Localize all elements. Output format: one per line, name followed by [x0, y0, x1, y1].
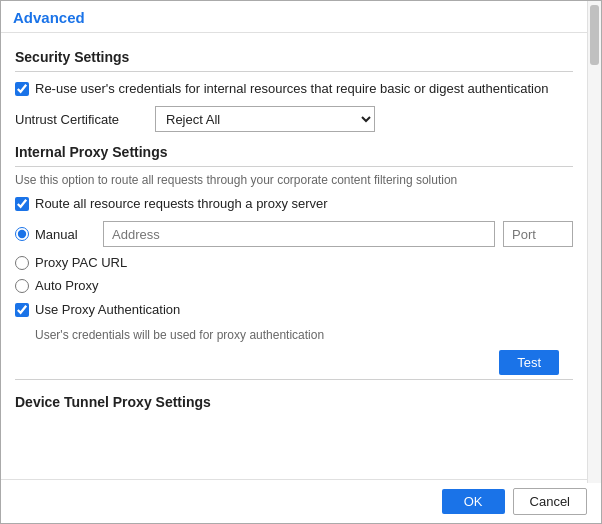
scrollbar-thumb[interactable]	[590, 5, 599, 65]
route-all-requests-label: Route all resource requests through a pr…	[35, 195, 328, 213]
route-all-requests-row: Route all resource requests through a pr…	[15, 195, 573, 213]
test-button[interactable]: Test	[499, 350, 559, 375]
dialog-title: Advanced	[13, 9, 85, 26]
device-tunnel-section: Device Tunnel Proxy Settings	[15, 379, 573, 416]
cancel-button[interactable]: Cancel	[513, 488, 587, 515]
auto-proxy-radio[interactable]	[15, 279, 29, 293]
reuse-credentials-row: Re-use user's credentials for internal r…	[15, 80, 573, 98]
manual-label: Manual	[35, 227, 78, 242]
proxy-pac-label: Proxy PAC URL	[35, 255, 127, 270]
untrust-certificate-row: Untrust Certificate Reject All Allow All…	[15, 106, 573, 132]
internal-proxy-title: Internal Proxy Settings	[15, 144, 573, 167]
ok-button[interactable]: OK	[442, 489, 505, 514]
reuse-credentials-label: Re-use user's credentials for internal r…	[35, 80, 548, 98]
manual-radio[interactable]	[15, 227, 29, 241]
dialog-footer: OK Cancel	[1, 479, 601, 523]
advanced-dialog: Advanced Security Settings Re-use user's…	[0, 0, 602, 524]
address-input[interactable]	[103, 221, 495, 247]
proxy-auth-description: User's credentials will be used for prox…	[35, 328, 573, 342]
dialog-header: Advanced	[1, 1, 601, 33]
reuse-credentials-checkbox[interactable]	[15, 82, 29, 96]
port-input[interactable]	[503, 221, 573, 247]
auto-proxy-row: Auto Proxy	[15, 278, 573, 293]
untrust-certificate-select[interactable]: Reject All Allow All Prompt	[155, 106, 375, 132]
use-proxy-auth-row: Use Proxy Authentication	[15, 301, 573, 319]
auto-proxy-label: Auto Proxy	[35, 278, 99, 293]
manual-radio-row: Manual	[15, 227, 95, 242]
proxy-pac-row: Proxy PAC URL	[15, 255, 573, 270]
manual-row: Manual	[15, 221, 573, 247]
test-button-row: Test	[15, 350, 573, 375]
internal-proxy-description: Use this option to route all requests th…	[15, 173, 573, 187]
use-proxy-auth-checkbox[interactable]	[15, 303, 29, 317]
device-tunnel-title: Device Tunnel Proxy Settings	[15, 394, 573, 416]
scrollbar-track[interactable]	[587, 1, 601, 483]
untrust-certificate-label: Untrust Certificate	[15, 112, 145, 127]
security-settings-title: Security Settings	[15, 49, 573, 72]
dialog-body: Security Settings Re-use user's credenti…	[1, 33, 601, 479]
proxy-auth-section: Use Proxy Authentication User's credenti…	[15, 301, 573, 341]
use-proxy-auth-label: Use Proxy Authentication	[35, 301, 180, 319]
route-all-requests-checkbox[interactable]	[15, 197, 29, 211]
proxy-pac-radio[interactable]	[15, 256, 29, 270]
